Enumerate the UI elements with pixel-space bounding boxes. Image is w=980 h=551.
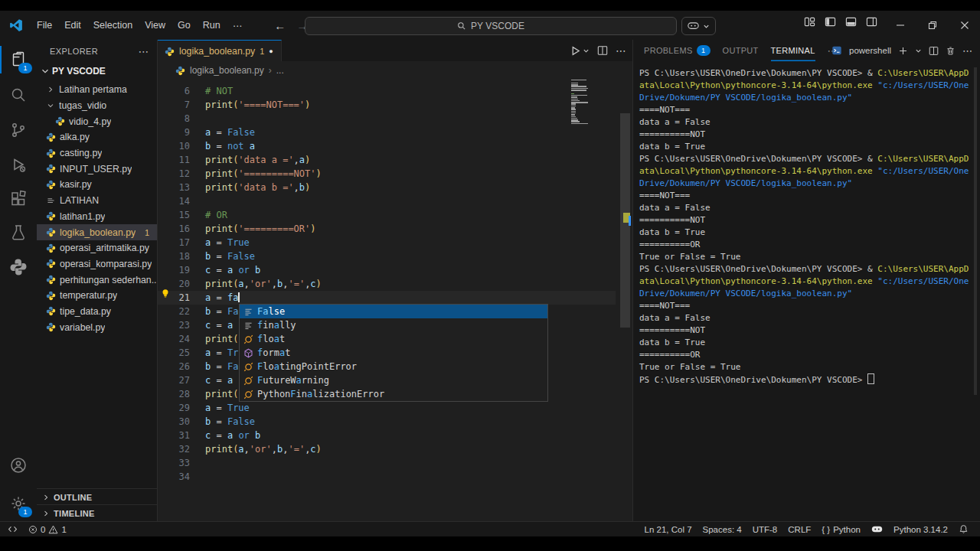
close-button[interactable] [949,11,980,40]
run-button[interactable] [570,45,590,57]
run-debug-icon[interactable] [8,155,29,176]
file-item-INPUT_USER.py[interactable]: INPUT_USER.py [37,161,157,177]
eol-sequence[interactable]: CRLF [782,522,816,536]
outline-section[interactable]: OUTLINE [37,488,157,505]
problems-status[interactable]: 0 1 [23,522,72,536]
split-editor-icon[interactable] [597,45,608,56]
file-item-vidio_4.py[interactable]: vidio_4.py [37,113,157,129]
terminal-line: ==========NOT [639,129,971,141]
back-arrow-icon[interactable]: ← [274,19,286,32]
code-editor[interactable]: 6# NOT7print('====NOT===')89a = False10b… [158,80,632,521]
command-center-search[interactable]: PY VSCODE [305,17,677,35]
file-item-casting.py[interactable]: casting.py [37,145,157,161]
toggle-panel-icon[interactable] [845,16,857,28]
customize-layout-icon[interactable] [804,16,815,28]
warning-icon [48,525,58,534]
folder-item-tugas_vidio[interactable]: tugas_vidio [37,98,157,114]
file-item-operasi_aritmatika.py[interactable]: operasi_aritmatika.py [37,240,157,256]
modified-dot-icon[interactable]: ● [269,47,273,55]
python-icon[interactable] [8,256,29,278]
copilot-button[interactable] [681,17,716,35]
python-interpreter[interactable]: Python 3.14.2 [888,522,953,536]
breadcrumb-file[interactable]: logika_boolean.py [190,65,264,76]
shell-label[interactable]: powershell [849,46,891,55]
menu-run[interactable]: Run [197,18,227,34]
notifications-bell[interactable] [953,522,974,536]
minimize-button[interactable] [884,11,916,40]
search-icon [457,21,466,31]
suggest-item-False[interactable]: False [240,305,547,318]
panel-more-icon[interactable]: ⋯ [962,45,972,57]
menu-more[interactable]: ⋯ [227,18,249,34]
remote-indicator[interactable] [0,522,23,536]
encoding[interactable]: UTF-8 [747,522,783,536]
timeline-section[interactable]: TIMELINE [37,504,157,521]
python-file-icon [46,180,56,190]
workspace-root-folder[interactable]: PY VSCODE [37,63,157,80]
minimap[interactable] [571,80,591,129]
file-item-latihan1.py[interactable]: latihan1.py [37,209,157,225]
suggest-label: FloatingPointError [257,360,357,373]
menu-file[interactable]: File [31,18,58,34]
indentation[interactable]: Spaces: 4 [697,522,747,536]
toggle-sidebar-left-icon[interactable] [825,16,836,28]
keyword-kind-icon [242,305,254,318]
kill-terminal-trash-icon[interactable] [946,46,956,56]
suggest-item-format[interactable]: format [240,346,547,360]
menu-view[interactable]: View [139,18,172,34]
code-line-15: 15# OR [158,208,632,222]
editor-more-icon[interactable]: ⋯ [616,44,626,57]
file-item-tipe_data.py[interactable]: tipe_data.py [37,304,157,320]
file-item-perhitungan-sederhan...[interactable]: perhitungan sederhan... [37,272,157,288]
suggest-item-float[interactable]: float [240,332,547,346]
cursor-position[interactable]: Ln 21, Col 7 [639,522,697,536]
panel-tab-output[interactable]: OUTPUT [723,40,759,61]
file-item-LATIHAN[interactable]: LATIHAN [37,193,157,209]
breadcrumb-more[interactable]: ... [276,65,284,76]
search-icon[interactable] [8,84,29,106]
source-control-icon[interactable] [8,119,29,141]
terminal-line: Drive/Dokumen/PY VSCODE/logika_boolean.p… [639,92,971,104]
tab-logika-boolean[interactable]: logika_boolean.py 1 ● [158,40,282,62]
file-item-logika_boolean.py[interactable]: logika_boolean.py1 [37,224,157,240]
explorer-more-icon[interactable]: ⋯ [139,45,149,57]
panel-tab-problems[interactable]: PROBLEMS1 [644,40,710,61]
suggest-item-FutureWarning[interactable]: FutureWarning [240,373,547,387]
menu-selection[interactable]: Selection [87,18,139,34]
settings-gear-icon[interactable]: 1 [8,493,29,514]
breadcrumb[interactable]: logika_boolean.py › ... [158,61,632,80]
file-item-variabel.py[interactable]: variabel.py [37,319,157,335]
new-terminal-icon[interactable] [898,46,908,56]
testing-icon[interactable] [8,222,29,243]
folder-item-Latihan-pertama[interactable]: Latihan pertama [37,82,157,98]
menu-edit[interactable]: Edit [58,18,87,34]
activity-bar: 1 1 [0,40,37,521]
explorer-sidebar: EXPLORER ⋯ PY VSCODE Latihan pertamatuga… [37,40,158,521]
extensions-icon[interactable] [8,188,29,210]
code-line-30: 30b = False [158,415,632,429]
code-line-29: 29a = True [158,401,632,415]
panel-tab-terminal[interactable]: TERMINAL [771,40,815,61]
terminal-output[interactable]: PS C:\Users\USER\OneDrive\Dokumen\PY VSC… [639,67,971,521]
menu-go[interactable]: Go [172,18,197,34]
chevron-down-icon[interactable] [915,47,922,54]
suggest-item-finally[interactable]: finally [240,318,547,332]
terminal-scrollbar[interactable] [974,67,977,395]
file-item-alka.py[interactable]: alka.py [37,129,157,145]
suggest-label: False [257,305,285,318]
suggest-item-FloatingPointError[interactable]: FloatingPointError [240,360,547,373]
account-icon[interactable] [8,455,29,476]
language-mode[interactable]: { } Python [816,522,866,536]
file-item-operasi_komparasi.py[interactable]: operasi_komparasi.py [37,256,157,272]
layout-controls [804,16,877,28]
toggle-sidebar-right-icon[interactable] [866,16,877,28]
copilot-status[interactable] [866,522,888,536]
file-item-kasir.py[interactable]: kasir.py [37,177,157,193]
restore-button[interactable] [916,11,949,40]
suggest-item-PythonFinalizationError[interactable]: PythonFinalizationError [240,387,547,401]
status-right: Ln 21, Col 7 Spaces: 4 UTF-8 CRLF { } Py… [639,522,980,536]
split-terminal-icon[interactable] [929,46,939,56]
file-item-temperatur.py[interactable]: temperatur.py [37,288,157,304]
explorer-icon[interactable]: 1 [8,49,29,70]
lightbulb-icon[interactable] [160,288,171,298]
